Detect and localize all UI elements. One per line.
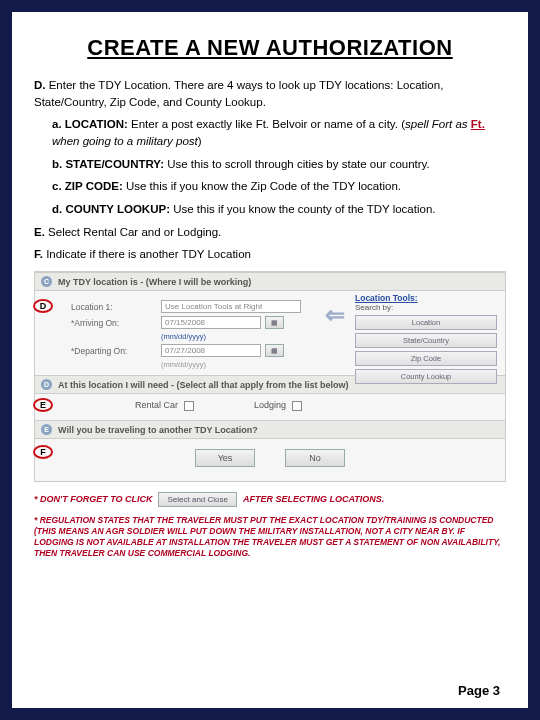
section-c-body: D ⇐ Location Tools: Search by: Location … bbox=[35, 291, 505, 375]
departing-label: *Departing On: bbox=[71, 346, 161, 356]
callout-d: D bbox=[33, 299, 53, 313]
instruction-f: F. Indicate if there is another TDY Loca… bbox=[34, 246, 506, 263]
tools-sub: Search by: bbox=[355, 303, 497, 312]
instruction-a: a. LOCATION: Enter a post exactly like F… bbox=[52, 116, 506, 149]
lodging-option: Lodging bbox=[254, 400, 302, 411]
tools-title: Location Tools: bbox=[355, 293, 497, 303]
section-e-body: F Yes No bbox=[35, 439, 505, 481]
select-and-close-button[interactable]: Select and Close bbox=[158, 492, 236, 507]
lead-d: D. bbox=[34, 79, 46, 91]
instruction-b: b. STATE/COUNTRY: Use this to scroll thr… bbox=[52, 156, 506, 173]
arrow-icon: ⇐ bbox=[325, 301, 345, 329]
regulation-note: * REGULATION STATES THAT THE TRAVELER MU… bbox=[34, 515, 506, 559]
calendar-icon-2[interactable]: ▦ bbox=[265, 344, 284, 357]
bullet-d: D bbox=[41, 379, 52, 390]
instructions-block: D. Enter the TDY Location. There are 4 w… bbox=[34, 77, 506, 263]
calendar-icon[interactable]: ▦ bbox=[265, 316, 284, 329]
rental-checkbox[interactable] bbox=[184, 401, 194, 411]
yes-button[interactable]: Yes bbox=[195, 449, 255, 467]
section-c-title: My TDY location is - (Where I will be wo… bbox=[58, 277, 251, 287]
bullet-e: E bbox=[41, 424, 52, 435]
instruction-c: c. ZIP CODE: Use this if you know the Zi… bbox=[52, 178, 506, 195]
section-d-body: E Rental Car Lodging bbox=[35, 394, 505, 420]
arriving-field[interactable]: 07/15/2008 bbox=[161, 316, 261, 329]
footer-reminder: * DON'T FORGET TO CLICK Select and Close… bbox=[34, 492, 506, 507]
app-screenshot: C My TDY location is - (Where I will be … bbox=[34, 271, 506, 482]
dont-forget-text: * DON'T FORGET TO CLICK bbox=[34, 494, 152, 506]
bullet-c: C bbox=[41, 276, 52, 287]
zip-code-button[interactable]: Zip Code bbox=[355, 351, 497, 366]
callout-e: E bbox=[33, 398, 53, 412]
departing-field[interactable]: 07/27/2008 bbox=[161, 344, 261, 357]
no-button[interactable]: No bbox=[285, 449, 345, 467]
location-label: Location 1: bbox=[71, 302, 161, 312]
section-c-header: C My TDY location is - (Where I will be … bbox=[35, 272, 505, 291]
ft-abbrev: Ft. bbox=[471, 118, 485, 130]
instruction-d: D. Enter the TDY Location. There are 4 w… bbox=[34, 77, 506, 110]
rental-car-option: Rental Car bbox=[135, 400, 194, 411]
section-e-title: Will you be traveling to another TDY Loc… bbox=[58, 425, 258, 435]
county-lookup-button[interactable]: County Lookup bbox=[355, 369, 497, 384]
callout-f: F bbox=[33, 445, 53, 459]
page-number: Page 3 bbox=[458, 683, 500, 698]
section-d-title: At this location I will need - (Select a… bbox=[58, 380, 349, 390]
after-selecting-text: AFTER SELECTING LOCATIONS. bbox=[243, 494, 384, 506]
page-title: CREATE A NEW AUTHORIZATION bbox=[34, 35, 506, 61]
state-country-button[interactable]: State/Country bbox=[355, 333, 497, 348]
page-frame: CREATE A NEW AUTHORIZATION D. Enter the … bbox=[0, 0, 540, 720]
lodging-checkbox[interactable] bbox=[292, 401, 302, 411]
section-e-header: E Will you be traveling to another TDY L… bbox=[35, 420, 505, 439]
location-tools: Location Tools: Search by: Location Stat… bbox=[355, 293, 497, 384]
location-button[interactable]: Location bbox=[355, 315, 497, 330]
arriving-label: *Arriving On: bbox=[71, 318, 161, 328]
instruction-e: E. Select Rental Car and or Lodging. bbox=[34, 224, 506, 241]
instruction-d-sub: d. COUNTY LOOKUP: Use this if you know t… bbox=[52, 201, 506, 218]
location-field[interactable]: Use Location Tools at Right bbox=[161, 300, 301, 313]
